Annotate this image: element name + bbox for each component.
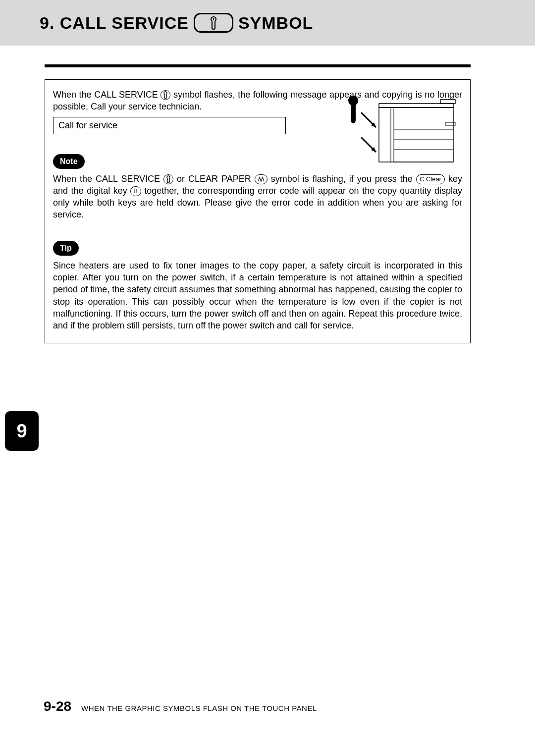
content-box: When the CALL SERVICE symbol flashes, th… [45, 79, 471, 343]
footer-text: WHEN THE GRAPHIC SYMBOLS FLASH ON THE TO… [81, 704, 317, 712]
header-bar: 9. CALL SERVICE SYMBOL [0, 0, 535, 46]
paper-jam-inline-icon [255, 174, 268, 184]
copier-illustration [341, 93, 460, 169]
page-title: 9. CALL SERVICE SYMBOL [40, 13, 313, 33]
tip-label: Tip [53, 241, 79, 256]
message-text: Call for service [58, 120, 117, 130]
divider [45, 64, 471, 67]
note-t1: When the CALL SERVICE [53, 174, 163, 184]
clear-key-icon: C Clear [416, 174, 445, 184]
title-right: SYMBOL [238, 13, 313, 33]
tip-text: Since heaters are used to fix toner imag… [53, 260, 462, 332]
title-left: 9. CALL SERVICE [40, 13, 189, 33]
note-t3: symbol is flashing, if you press the [271, 174, 413, 184]
wrench-icon [209, 16, 218, 30]
wrench-symbol-icon [194, 13, 233, 33]
svg-rect-5 [379, 104, 453, 108]
note-t2: or CLEAR PAPER [177, 174, 255, 184]
page-number: 9-28 [44, 699, 71, 714]
svg-rect-6 [440, 100, 455, 104]
wrench-inline-icon [163, 174, 173, 184]
eight-key-icon: 8 [130, 186, 141, 196]
note-label: Note [53, 154, 85, 169]
note-text: When the CALL SERVICE or CLEAR PAPER sym… [53, 173, 462, 221]
svg-rect-4 [379, 108, 453, 162]
intro-part1: When the CALL SERVICE [53, 90, 160, 100]
message-box: Call for service [53, 117, 286, 134]
footer: 9-28 WHEN THE GRAPHIC SYMBOLS FLASH ON T… [44, 699, 317, 714]
svg-rect-13 [445, 122, 455, 125]
wrench-inline-icon [160, 90, 170, 100]
chapter-tab: 9 [5, 411, 39, 451]
